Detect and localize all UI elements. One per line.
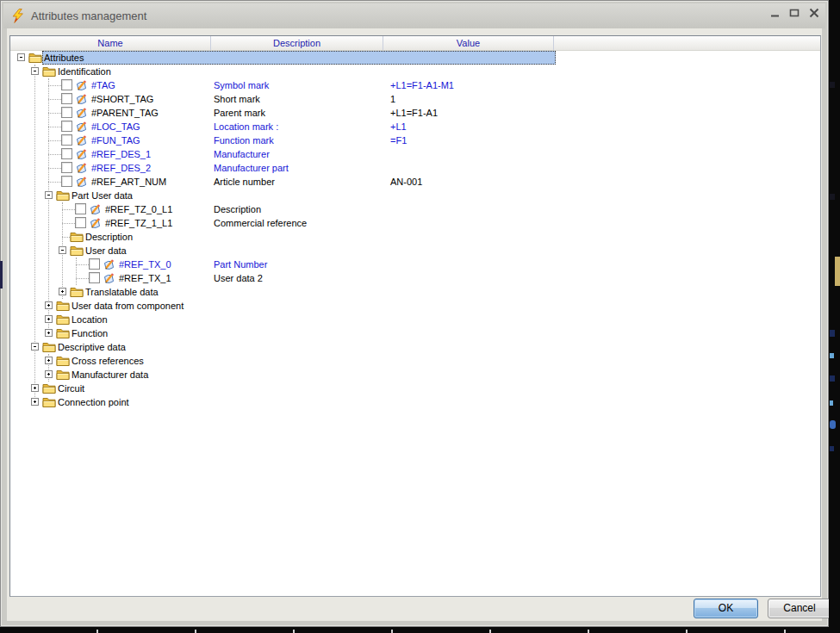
attribute-checkbox[interactable]	[61, 79, 72, 90]
titlebar[interactable]: Attributes management	[3, 3, 825, 28]
expand-toggle-icon[interactable]	[31, 384, 39, 392]
attribute-checkbox[interactable]	[75, 203, 86, 214]
attribute-description: Manufacturer part	[214, 161, 289, 175]
tree-row[interactable]: Location	[10, 313, 820, 326]
background-app-left-fragment	[0, 261, 3, 289]
attribute-description: User data 2	[214, 271, 263, 285]
tree-row[interactable]: #REF_TX_1 User data 2	[10, 271, 820, 285]
tree-row[interactable]: Function	[10, 326, 820, 340]
column-header-description[interactable]: Description	[211, 36, 383, 50]
tree-connector	[48, 154, 61, 155]
tree-row[interactable]: Translatable data	[10, 285, 820, 299]
minimize-icon[interactable]	[768, 6, 781, 20]
attribute-checkbox[interactable]	[75, 217, 86, 228]
tree-row[interactable]: Descriptive data	[10, 340, 820, 354]
tree-row[interactable]: Manufacturer data	[10, 368, 820, 382]
attribute-name: #LOC_TAG	[91, 120, 140, 133]
attribute-description: Short mark	[214, 92, 260, 106]
attribute-name: #TAG	[91, 78, 115, 92]
column-header-name[interactable]: Name	[10, 36, 211, 50]
expand-toggle-icon[interactable]	[31, 343, 39, 351]
tree-row[interactable]: #REF_DES_2 Manufacturer part	[10, 161, 820, 175]
attribute-value: 1	[390, 92, 395, 106]
tree-row[interactable]: #SHORT_TAG Short mark 1	[10, 92, 820, 106]
expand-toggle-icon[interactable]	[45, 301, 53, 309]
attribute-name: #REF_TZ_1_L1	[105, 216, 172, 230]
maximize-icon[interactable]	[787, 6, 801, 20]
tree-row[interactable]: #REF_TZ_1_L1 Commercial reference	[10, 216, 820, 230]
close-icon[interactable]	[807, 6, 821, 20]
tree-row[interactable]: #REF_ART_NUM Article number AN-001	[10, 175, 820, 189]
folder-icon	[42, 397, 56, 412]
expand-toggle-icon[interactable]	[59, 288, 66, 295]
window-title: Attributes management	[31, 9, 146, 22]
attribute-checkbox[interactable]	[61, 121, 72, 132]
tree-row[interactable]: #REF_TX_0 Part Number	[10, 258, 820, 271]
attribute-name: Descriptive data	[58, 340, 126, 354]
tree-row[interactable]: Cross references	[10, 354, 820, 368]
column-header-filler	[554, 36, 820, 50]
attribute-description: Commercial reference	[214, 216, 307, 230]
tree-row[interactable]: #FUN_TAG Function mark =F1	[10, 133, 820, 147]
attribute-name: Manufacturer data	[72, 368, 148, 382]
expand-toggle-icon[interactable]	[45, 191, 53, 199]
attribute-name: #REF_TZ_0_L1	[105, 202, 172, 216]
attribute-value: AN-001	[390, 175, 422, 189]
attribute-value: +L1=F1-A1-M1	[390, 78, 454, 92]
tree-row[interactable]: Description	[10, 230, 820, 244]
attribute-name: User data	[85, 244, 127, 258]
attribute-name: Attributes	[44, 51, 84, 65]
tree-row[interactable]: #TAG Symbol mark +L1=F1-A1-M1	[10, 78, 820, 92]
tree-connector	[76, 264, 89, 265]
attribute-checkbox[interactable]	[61, 107, 72, 118]
attribute-name: User data from component	[72, 299, 184, 313]
attribute-checkbox[interactable]	[89, 258, 100, 270]
attribute-name: Connection point	[58, 395, 129, 409]
attribute-checkbox[interactable]	[89, 272, 100, 283]
expand-toggle-icon[interactable]	[45, 329, 53, 337]
expand-toggle-icon[interactable]	[31, 398, 39, 406]
tree-row[interactable]: Connection point	[10, 395, 820, 409]
column-header-row: Name Description Value	[10, 36, 820, 51]
tree-row[interactable]: #LOC_TAG Location mark : +L1	[10, 120, 820, 133]
tree-row[interactable]: User data	[10, 244, 820, 258]
attribute-name: #REF_ART_NUM	[91, 175, 166, 189]
attribute-name: Location	[72, 313, 108, 326]
attribute-name: Identification	[58, 65, 111, 78]
attribute-description: Article number	[214, 175, 275, 189]
tree-row[interactable]: User data from component	[10, 299, 820, 313]
expand-toggle-icon[interactable]	[45, 315, 53, 323]
tree-row[interactable]: #REF_TZ_0_L1 Description	[10, 202, 820, 216]
cancel-button[interactable]: Cancel	[768, 599, 831, 618]
tree-connector	[62, 223, 75, 224]
tree-row[interactable]: #PARENT_TAG Parent mark +L1=F1-A1	[10, 106, 820, 120]
attribute-name: Part User data	[72, 189, 133, 202]
ok-button[interactable]: OK	[694, 599, 758, 618]
expand-toggle-icon[interactable]	[45, 357, 53, 364]
attribute-description: Description	[214, 202, 261, 216]
attributes-management-dialog: Attributes management Name Description V…	[0, 0, 829, 627]
attribute-description: Manufacturer	[214, 147, 270, 161]
expand-toggle-icon[interactable]	[17, 53, 25, 61]
tree-connector	[48, 140, 61, 141]
attribute-checkbox[interactable]	[61, 134, 72, 146]
attribute-checkbox[interactable]	[61, 176, 72, 187]
attribute-checkbox[interactable]	[61, 148, 72, 159]
tree-row[interactable]: Part User data	[10, 189, 820, 202]
expand-toggle-icon[interactable]	[31, 67, 39, 75]
attribute-checkbox[interactable]	[61, 93, 72, 104]
attribute-name: Cross references	[72, 354, 144, 368]
tree-row[interactable]: Circuit	[10, 382, 820, 395]
tree-row[interactable]: #REF_DES_1 Manufacturer	[10, 147, 820, 161]
tree-connector	[62, 209, 75, 210]
tree-row[interactable]: Identification	[10, 65, 820, 78]
tree-connector	[48, 99, 61, 100]
expand-toggle-icon[interactable]	[59, 246, 66, 254]
tree-row[interactable]: Attributes	[10, 51, 820, 65]
attribute-name: #PARENT_TAG	[91, 106, 159, 120]
attribute-checkbox[interactable]	[61, 162, 72, 173]
dialog-client-area: Name Description Value Attribut	[7, 28, 822, 621]
background-app-bottom-ruler	[0, 627, 840, 633]
column-header-value[interactable]: Value	[383, 36, 554, 50]
expand-toggle-icon[interactable]	[45, 370, 53, 378]
